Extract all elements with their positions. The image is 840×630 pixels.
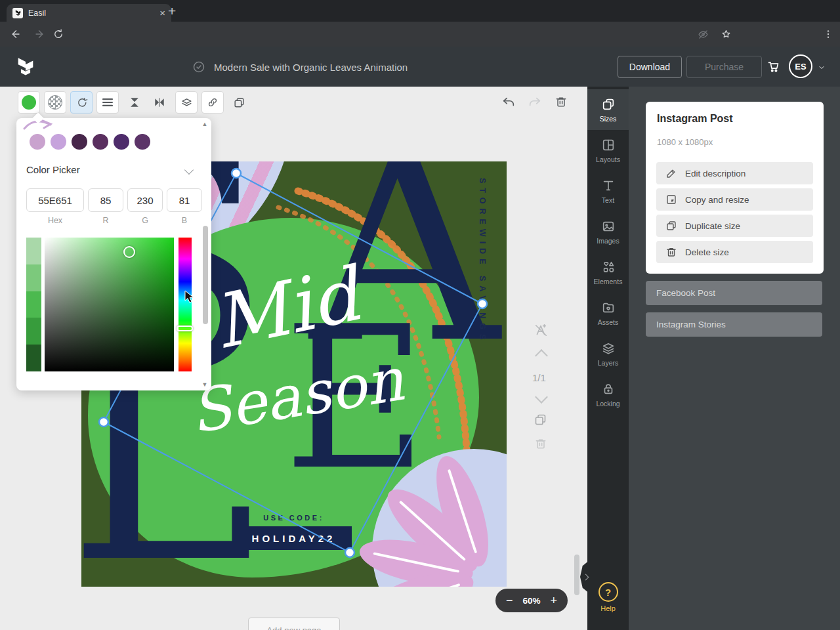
hex-input[interactable]: 55E651 — [26, 188, 84, 212]
add-new-page-button[interactable]: Add new page — [248, 618, 340, 630]
b-input[interactable]: 81 — [167, 188, 202, 212]
facebook-post-size-button[interactable]: Facebook Post — [646, 281, 822, 305]
scrollbar-thumb[interactable] — [203, 226, 208, 324]
tab-title: Easil — [28, 9, 46, 18]
flip-vertical-button[interactable] — [123, 91, 146, 114]
link-button[interactable] — [201, 91, 224, 114]
r-input[interactable]: 85 — [88, 188, 123, 212]
color-swatch[interactable] — [93, 134, 108, 150]
text-icon — [601, 178, 616, 193]
browser-tab-strip: Easil × + — [0, 0, 840, 22]
sidebar-collapse-handle[interactable] — [580, 560, 590, 594]
swatch-row — [30, 134, 150, 150]
sidebar-item-locking[interactable]: Locking — [587, 374, 629, 415]
pencil-icon — [665, 167, 677, 179]
sidebar-item-layouts[interactable]: Layouts — [587, 130, 629, 171]
color-swatch[interactable] — [135, 134, 150, 150]
eye-off-icon[interactable] — [698, 29, 709, 40]
shade-cell[interactable] — [26, 264, 41, 291]
rotate-button[interactable] — [70, 91, 93, 114]
saturation-brightness-area[interactable] — [45, 238, 174, 371]
align-lines-icon — [102, 98, 113, 107]
workspace-scrollbar-thumb[interactable] — [574, 555, 579, 595]
bookmark-star-icon[interactable] — [721, 29, 732, 40]
saturation-handle[interactable] — [123, 246, 135, 258]
selection-handle-top — [232, 169, 241, 178]
reload-icon[interactable] — [52, 28, 64, 40]
undo-icon[interactable] — [501, 95, 516, 110]
shade-cell[interactable] — [26, 291, 41, 318]
tab-close-icon[interactable]: × — [159, 8, 165, 18]
shade-cell[interactable] — [26, 318, 41, 345]
saved-check-icon — [192, 60, 205, 74]
layers-button[interactable] — [175, 91, 198, 114]
sidebar-item-assets[interactable]: Assets — [587, 293, 629, 333]
new-tab-button[interactable]: + — [168, 3, 176, 19]
zoom-control: − 60% + — [495, 589, 568, 612]
lock-icon — [601, 382, 616, 396]
color-swatch[interactable] — [51, 134, 66, 150]
forward-icon[interactable] — [34, 28, 46, 40]
sidebar-item-elements[interactable]: Elements — [587, 252, 629, 293]
cart-icon[interactable] — [766, 60, 780, 74]
zoom-in-button[interactable]: + — [550, 595, 557, 606]
zoom-level: 60% — [522, 596, 540, 606]
g-input[interactable]: 230 — [127, 188, 163, 212]
opacity-button[interactable] — [44, 91, 66, 114]
sidebar-item-text[interactable]: Text — [587, 171, 629, 211]
redo-icon[interactable] — [528, 95, 542, 110]
elements-icon — [601, 260, 616, 274]
shade-strip[interactable] — [26, 238, 41, 371]
fill-color-button[interactable] — [18, 91, 40, 114]
color-swatch[interactable] — [72, 134, 87, 150]
browser-menu-icon[interactable] — [823, 28, 833, 40]
align-button[interactable] — [96, 91, 119, 114]
zoom-out-button[interactable]: − — [506, 595, 513, 606]
sidebar-item-images[interactable]: Images — [587, 211, 629, 252]
page-down-icon[interactable] — [535, 390, 548, 404]
copy-icon — [233, 96, 245, 109]
delete-element-icon[interactable] — [555, 95, 568, 108]
chevron-right-icon — [583, 574, 589, 580]
instagram-stories-size-button[interactable]: Instagram Stories — [646, 312, 822, 337]
flip-vertical-icon — [128, 96, 141, 109]
edit-description-button[interactable]: Edit description — [656, 162, 813, 184]
scroll-up-icon[interactable]: ▲ — [201, 121, 209, 127]
duplicate-element-button[interactable] — [228, 91, 250, 114]
sidebar-item-sizes[interactable]: Sizes — [587, 89, 629, 130]
copy-and-resize-button[interactable]: Copy and resize — [656, 188, 813, 211]
shade-cell[interactable] — [26, 345, 41, 371]
panel-scrollbar[interactable]: ▲ ▼ — [201, 121, 209, 388]
browser-tab[interactable]: Easil × — [7, 4, 171, 22]
purchase-button[interactable]: Purchase — [686, 56, 762, 78]
duplicate-page-icon[interactable] — [534, 413, 547, 427]
document-title[interactable]: Modern Sale with Organic Leaves Animatio… — [214, 62, 408, 73]
screen: Easil × + app.easil.com/editor/76e10d2a-… — [0, 0, 840, 630]
scroll-down-icon[interactable]: ▼ — [201, 381, 209, 388]
size-dimensions: 1080 x 1080px — [657, 137, 713, 147]
account-chevron-down-icon[interactable] — [818, 64, 826, 72]
page-up-icon[interactable] — [535, 349, 548, 362]
delete-page-icon[interactable] — [534, 437, 547, 450]
animation-disabled-icon[interactable] — [534, 323, 548, 337]
delete-size-button[interactable]: Delete size — [656, 241, 813, 263]
color-swatch[interactable] — [30, 134, 45, 150]
duplicate-size-button[interactable]: Duplicate size — [656, 215, 813, 237]
avatar[interactable]: ES — [789, 54, 812, 78]
layers-icon — [180, 96, 193, 109]
hue-slider[interactable] — [178, 238, 192, 371]
back-icon[interactable] — [9, 28, 21, 40]
layouts-icon — [601, 138, 616, 152]
collapse-picker-chevron-icon[interactable] — [184, 165, 194, 175]
help-button[interactable]: ? Help — [587, 582, 629, 612]
flip-horizontal-button[interactable] — [148, 91, 171, 114]
mouse-cursor-icon — [184, 290, 197, 304]
color-swatch[interactable] — [114, 134, 129, 150]
download-button[interactable]: Download — [618, 56, 682, 78]
easil-logo-icon[interactable] — [14, 55, 37, 77]
sidebar-item-layers[interactable]: Layers — [587, 333, 629, 374]
hue-handle[interactable] — [177, 326, 193, 331]
selection-handle-right — [478, 299, 487, 308]
shade-cell[interactable] — [26, 238, 41, 264]
help-icon: ? — [598, 582, 618, 602]
